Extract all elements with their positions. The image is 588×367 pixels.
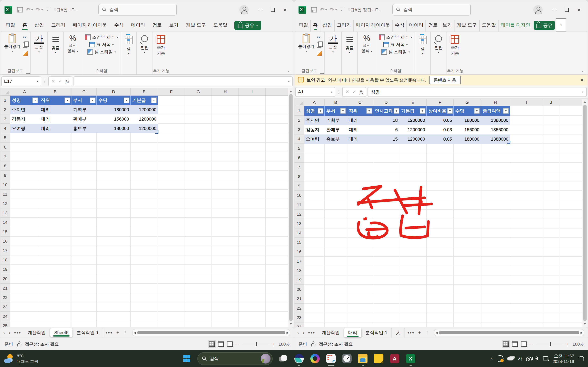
formula-input[interactable]: 성명 ▾ bbox=[368, 87, 587, 97]
table-header-cell[interactable]: 부서▼ bbox=[72, 96, 97, 105]
ribbon-tab-삽입[interactable]: 삽입 bbox=[320, 20, 335, 32]
row-header-11[interactable]: 11 bbox=[294, 200, 304, 210]
row-header-4[interactable]: 4 bbox=[294, 134, 304, 144]
table-cell[interactable]: 오여령 bbox=[304, 134, 325, 144]
row-header-18[interactable]: 18 bbox=[294, 266, 304, 275]
table-cell[interactable]: 주지연 bbox=[304, 116, 325, 125]
ribbon-tab-홈[interactable]: 홈 bbox=[311, 20, 320, 32]
title-bar[interactable]: ↶▾ ↷▾ ▾ 1급A형 정답 - E... 검색 × bbox=[294, 0, 588, 19]
vertical-scroll-thumb[interactable] bbox=[289, 94, 293, 321]
table-cell[interactable]: 1380000 bbox=[481, 134, 510, 144]
table-cell[interactable]: 180000 bbox=[454, 116, 481, 125]
ribbon-tab-페이지 레이아웃[interactable]: 페이지 레이아웃 bbox=[69, 20, 111, 32]
worksheet-grid[interactable]: ABCDEFGHIJ 12345678910111213141516171819… bbox=[294, 99, 588, 327]
formula-bar-splitter[interactable]: ⋮ bbox=[41, 79, 48, 83]
column-header-C[interactable]: C bbox=[72, 88, 97, 95]
add-sheet-icon[interactable]: + bbox=[417, 330, 422, 335]
filter-dropdown-icon[interactable]: ▼ bbox=[340, 108, 346, 114]
task-view-button[interactable] bbox=[278, 350, 289, 367]
row-header-25[interactable]: 25 bbox=[0, 321, 10, 327]
table-header-cell[interactable]: 직위▼ bbox=[347, 106, 373, 116]
row-header-23[interactable]: 23 bbox=[0, 302, 10, 312]
account-icon[interactable] bbox=[239, 5, 249, 15]
ribbon-tab-보기[interactable]: 보기 bbox=[440, 20, 454, 32]
column-header-E[interactable]: E bbox=[131, 88, 158, 95]
column-header-J[interactable]: J bbox=[543, 99, 559, 106]
table-cell[interactable]: 156000 bbox=[97, 114, 131, 124]
sticky-notes-button[interactable] bbox=[373, 350, 384, 367]
row-header-7[interactable]: 7 bbox=[0, 152, 10, 161]
sheet-tab-Sheet5[interactable]: Sheet5 bbox=[50, 328, 73, 337]
table-cell[interactable]: 1200000 bbox=[399, 134, 427, 144]
zoom-slider-thumb[interactable] bbox=[550, 342, 551, 346]
filter-dropdown-icon[interactable]: ▼ bbox=[474, 108, 480, 114]
copy-icon[interactable] bbox=[23, 42, 27, 48]
row-header-19[interactable]: 19 bbox=[0, 265, 10, 274]
sheetbar-splitter[interactable]: ⋮ bbox=[122, 330, 129, 335]
filter-dropdown-icon[interactable]: ▼ bbox=[394, 108, 399, 114]
access-button[interactable]: A bbox=[389, 350, 400, 367]
table-cell[interactable]: 180000 bbox=[454, 134, 481, 144]
zoom-in-button[interactable]: + bbox=[566, 341, 569, 347]
sheet-next-icon[interactable]: › bbox=[302, 330, 306, 335]
alignment-button[interactable]: 맞춤 ▾ bbox=[50, 33, 61, 55]
sheet-prev-icon[interactable]: ‹ bbox=[296, 330, 300, 335]
column-header-I[interactable]: I bbox=[510, 99, 543, 106]
table-cell[interactable]: 1356000 bbox=[481, 125, 510, 134]
vertical-scroll-thumb[interactable] bbox=[583, 105, 587, 321]
ribbon-overflow-button[interactable]: › bbox=[556, 18, 566, 32]
ribbon-tab-데이터[interactable]: 데이터 bbox=[407, 20, 426, 32]
number-format-button[interactable]: % 표시 형식 ▾ bbox=[360, 33, 374, 54]
scroll-down-icon[interactable]: ▼ bbox=[583, 322, 586, 326]
row-header-16[interactable]: 16 bbox=[0, 237, 10, 246]
row-header-13[interactable]: 13 bbox=[294, 219, 304, 228]
table-cell[interactable]: 대리 bbox=[347, 134, 373, 144]
table-header-cell[interactable]: 성명▼ bbox=[10, 96, 39, 105]
table-cell[interactable]: 김동지 bbox=[10, 114, 39, 124]
scroll-up-icon[interactable]: ▲ bbox=[583, 100, 586, 104]
dialog-launcher-icon[interactable] bbox=[26, 69, 30, 74]
dialog-launcher-icon[interactable] bbox=[320, 69, 324, 74]
column-header-B[interactable]: B bbox=[39, 88, 72, 95]
sheet-more-icon[interactable]: ●●● bbox=[406, 331, 415, 334]
table-resize-handle[interactable] bbox=[507, 141, 510, 144]
clock-date-widget[interactable]: 오전 11:57 2024-11-19 bbox=[552, 353, 574, 364]
filter-dropdown-icon[interactable]: ▼ bbox=[503, 108, 509, 114]
ribbon-tab-수식[interactable]: 수식 bbox=[111, 20, 127, 32]
zoom-out-button[interactable]: − bbox=[530, 341, 533, 347]
row-header-5[interactable]: 5 bbox=[0, 133, 10, 143]
add-sheet-icon[interactable]: + bbox=[115, 330, 120, 335]
select-all-corner[interactable] bbox=[0, 88, 10, 96]
filter-dropdown-icon[interactable]: ▼ bbox=[90, 98, 96, 103]
scroll-down-icon[interactable]: ▼ bbox=[290, 322, 292, 326]
close-icon[interactable]: ✕ bbox=[580, 77, 584, 83]
page-layout-view-button[interactable] bbox=[218, 342, 224, 347]
sheet-tab-人[interactable]: 人 bbox=[392, 328, 405, 337]
row-header-24[interactable]: 24 bbox=[294, 322, 304, 327]
scroll-right-icon[interactable]: ▶ bbox=[286, 331, 289, 334]
ribbon-tab-도움말[interactable]: 도움말 bbox=[480, 20, 499, 32]
row-header-6[interactable]: 6 bbox=[0, 143, 10, 152]
column-header-H[interactable]: H bbox=[481, 99, 510, 106]
sheet-next-icon[interactable]: › bbox=[8, 330, 11, 335]
ribbon-tab-그리기[interactable]: 그리기 bbox=[335, 20, 354, 32]
table-cell[interactable]: 1380000 bbox=[481, 116, 510, 125]
redo-icon[interactable]: ↷ bbox=[330, 7, 334, 12]
row-header-22[interactable]: 22 bbox=[294, 304, 304, 313]
normal-view-button[interactable] bbox=[209, 342, 215, 347]
addins-button[interactable]: 추가 기능 bbox=[449, 33, 461, 56]
ime-korean-indicator[interactable]: 가 bbox=[517, 355, 522, 362]
column-header-F[interactable]: F bbox=[427, 99, 454, 106]
cells-area[interactable]: 성명▼부서▼직위▼인사고과▼기본급▼상여비율▼수당▼총급여액▼주지연기획부대리1… bbox=[304, 106, 582, 327]
row-header-11[interactable]: 11 bbox=[0, 190, 10, 199]
share-button[interactable]: 공유 ▾ bbox=[234, 21, 262, 30]
filter-dropdown-icon[interactable]: ▼ bbox=[447, 108, 453, 114]
share-button[interactable]: 공유 bbox=[534, 21, 555, 30]
row-header-14[interactable]: 14 bbox=[0, 218, 10, 227]
conditional-formatting-button[interactable]: 조건부 서식 ▾ bbox=[84, 33, 119, 41]
undo-icon[interactable]: ↶ bbox=[26, 7, 30, 12]
table-header-cell[interactable]: 수당▼ bbox=[454, 106, 481, 116]
ribbon-tab-파일[interactable]: 파일 bbox=[296, 20, 311, 32]
customize-qat-icon[interactable]: ▾ bbox=[340, 8, 344, 12]
excel-button[interactable]: X bbox=[405, 350, 416, 367]
